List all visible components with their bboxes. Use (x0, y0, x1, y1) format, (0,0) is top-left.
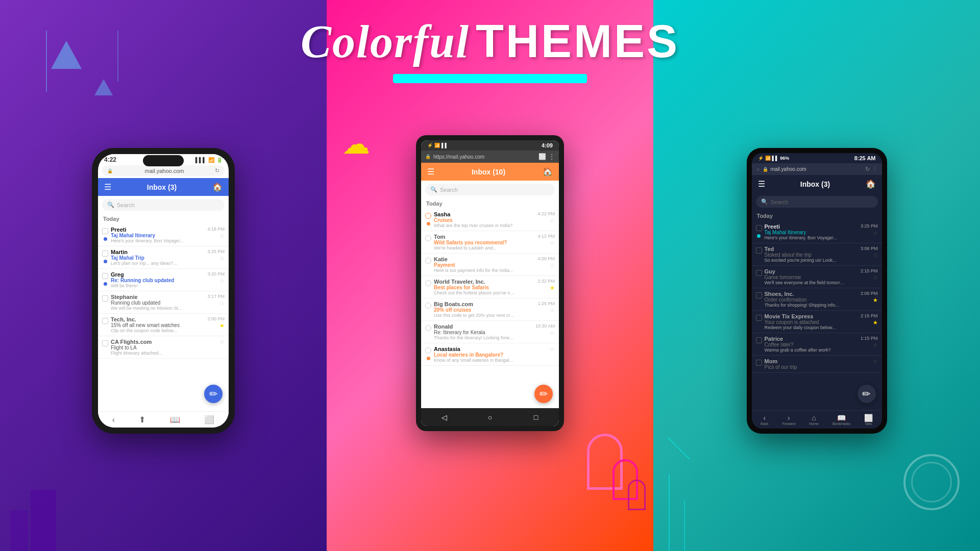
email-row-mom[interactable]: Mom Pics of our trip ☆ (752, 356, 882, 373)
star-wt[interactable]: ★ (550, 285, 555, 291)
iphone-url-bar[interactable]: 🔒 mail.yahoo.com ↻ (102, 165, 225, 176)
star-martin[interactable]: ☆ (219, 255, 225, 262)
star-guy[interactable]: ☆ (873, 274, 878, 281)
checkbox-bb[interactable] (425, 303, 431, 309)
tabs-icon-samsung[interactable]: ⬜ (864, 414, 873, 422)
email-row-martin[interactable]: Martin Taj Mahal Trip Let's plan our tri… (98, 246, 229, 269)
star-tom[interactable]: ☆ (550, 240, 555, 246)
email-row-ronald[interactable]: Ronald Re: Itinerary for Kerala Thanks f… (421, 321, 559, 343)
email-row-guy[interactable]: Guy Game tomorrow We'll see everyone at … (752, 266, 882, 288)
email-row-preeti-s[interactable]: Preeti Taj Mahal Itinerary Here's your i… (752, 221, 882, 243)
email-row-tom[interactable]: Tom Wild Safaris you recommend? We're he… (421, 231, 559, 254)
home-icon[interactable]: 🏠 (212, 182, 223, 192)
nav-forward-s[interactable]: › Forward (782, 414, 796, 425)
checkbox-patrice[interactable] (756, 337, 762, 343)
hamburger-icon[interactable]: ☰ (104, 182, 111, 192)
star-sasha[interactable]: ☆ (550, 217, 555, 224)
checkbox-mt[interactable] (756, 315, 762, 321)
nav-bookmarks[interactable]: 📖 (170, 415, 180, 424)
star-ronald[interactable]: ☆ (550, 330, 555, 336)
checkbox-wt[interactable] (425, 280, 431, 286)
star-shoes[interactable]: ★ (873, 297, 878, 304)
email-row-stephanie[interactable]: Stephanie Running club updated We will b… (98, 291, 229, 314)
star-mt[interactable]: ★ (873, 319, 878, 326)
reload-icon-samsung[interactable]: ↻ (865, 166, 870, 172)
android-search-bar[interactable]: 🔍 Search (425, 184, 555, 195)
checkbox-anastasia[interactable] (425, 347, 431, 354)
nav-share[interactable]: ⬆ (139, 415, 145, 424)
star-preeti-s[interactable]: ☆ (873, 230, 878, 236)
email-row-ted[interactable]: Ted Stoked about the trip So excited you… (752, 243, 882, 266)
star-greg[interactable]: ☆ (219, 278, 225, 284)
hamburger-icon-samsung[interactable]: ☰ (758, 179, 765, 189)
email-row-worldtraveler[interactable]: World Traveler, Inc. Best places for Saf… (421, 276, 559, 298)
nav-bookmarks-s[interactable]: 📖 Bookmarks (832, 414, 850, 425)
android-home-btn[interactable]: ○ (485, 412, 495, 422)
samsung-fab[interactable]: ✏ (857, 385, 876, 403)
email-row-sasha[interactable]: Sasha Cruises What are the top river cru… (421, 209, 559, 231)
star-katie[interactable]: ☆ (550, 262, 555, 269)
email-row-greg[interactable]: Greg Re: Running club updated Will be th… (98, 269, 229, 291)
email-row-tech[interactable]: Tech, Inc. 15% off all new smart watches… (98, 314, 229, 336)
checkbox-greg[interactable] (102, 273, 108, 279)
refresh-icon[interactable]: ↻ (215, 167, 219, 174)
checkbox-ronald[interactable] (425, 325, 431, 331)
checkbox-sasha[interactable] (425, 213, 431, 219)
iphone-search-bar[interactable]: 🔍 Search (102, 199, 225, 211)
nav-tabs[interactable]: ⬜ (204, 415, 214, 424)
android-fab[interactable]: ✏ (534, 385, 553, 403)
row-right-mt: 2:15 PM ★ (861, 313, 878, 326)
star-patrice[interactable]: ☆ (873, 342, 878, 348)
email-row-caflights[interactable]: CA Flights.com Flight to LA Flight itine… (98, 336, 229, 359)
checkbox-preeti-s[interactable] (756, 225, 762, 231)
checkbox-tom[interactable] (425, 235, 431, 241)
star-stephanie[interactable]: ☆ (219, 300, 225, 307)
checkbox-stephanie[interactable] (102, 295, 108, 302)
star-bb[interactable]: ☆ (550, 307, 555, 314)
checkbox-ted[interactable] (756, 247, 762, 254)
bookmarks-icon-samsung[interactable]: 📖 (837, 414, 846, 422)
nav-back-s[interactable]: ‹ Back (761, 414, 769, 425)
star-anastasia[interactable]: ☆ (550, 346, 555, 353)
android-url-bar[interactable]: 🔒 https://mail.yahoo.com ⬜ ⋮ (421, 151, 559, 163)
checkbox-mom[interactable] (756, 360, 762, 366)
checkbox-guy[interactable] (756, 270, 762, 276)
email-row-preeti[interactable]: Preeti Taj Mahal Itinerary Here's your i… (98, 224, 229, 246)
star-ted[interactable]: ☆ (873, 252, 878, 259)
star-tech[interactable]: ★ (219, 322, 225, 329)
star-preeti[interactable]: ☆ (219, 233, 225, 239)
email-row-anastasia[interactable]: Anastasia Local eateries in Bangalore? K… (421, 343, 559, 366)
email-row-shoes[interactable]: Shoes, Inc. Order confirmation Thanks fo… (752, 288, 882, 311)
iphone-fab[interactable]: ✏ (204, 385, 223, 403)
email-row-movietix[interactable]: Movie Tix Express Your coupon is attache… (752, 311, 882, 333)
nav-home-s[interactable]: ⌂ Home (809, 414, 819, 425)
email-body-wt: World Traveler, Inc. Best places for Saf… (434, 279, 535, 295)
star-caflights[interactable]: ☆ (219, 339, 225, 345)
checkbox-caflights[interactable] (102, 340, 108, 346)
time-shoes: 2:00 PM (861, 291, 878, 296)
forward-icon-samsung[interactable]: › (788, 414, 790, 422)
hamburger-icon-android[interactable]: ☰ (427, 167, 434, 177)
checkbox-preeti[interactable] (102, 228, 108, 234)
more-icon-samsung[interactable]: ⋮ (872, 166, 878, 172)
home-icon-samsung-nav[interactable]: ⌂ (812, 414, 816, 422)
android-recent-btn[interactable]: □ (531, 412, 541, 422)
checkbox-shoes[interactable] (756, 292, 762, 298)
home-icon-samsung[interactable]: 🏠 (866, 179, 876, 189)
star-mom[interactable]: ☆ (873, 358, 878, 365)
nav-tabs-s[interactable]: ⬜ Tabs (864, 414, 873, 425)
menu-icon[interactable]: ⋮ (549, 153, 555, 160)
email-row-patrice[interactable]: Patrice Coffee later? Wanna grab a coffe… (752, 333, 882, 356)
email-row-katie[interactable]: Katie Payment Here is our payment info f… (421, 254, 559, 276)
email-row-bigboats[interactable]: Big Boats.com 20% off cruises Use this c… (421, 298, 559, 321)
nav-back[interactable]: ‹ (112, 415, 115, 424)
tab-icon[interactable]: ⬜ (538, 153, 546, 160)
checkbox-tech[interactable] (102, 318, 108, 324)
android-back-btn[interactable]: ◁ (439, 412, 449, 422)
checkbox-katie[interactable] (425, 258, 431, 264)
back-icon-samsung[interactable]: ‹ (763, 414, 766, 422)
checkbox-martin[interactable] (102, 251, 108, 257)
samsung-url-bar[interactable]: ☆ 🔒 mail.yahoo.com ↻ ⋮ (752, 163, 882, 175)
home-icon-android[interactable]: 🏠 (543, 167, 553, 177)
samsung-search-bar[interactable]: 🔍 Search (756, 196, 878, 208)
